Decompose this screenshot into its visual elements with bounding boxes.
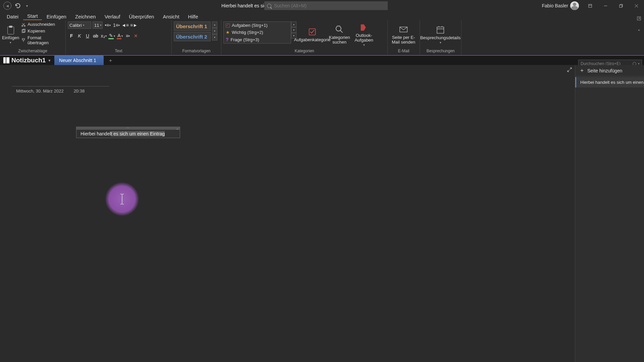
page-time[interactable]: 20:38 [74, 88, 85, 94]
numbering-button[interactable]: 1≡▾ [113, 21, 120, 29]
close-button[interactable] [629, 0, 644, 11]
search-input[interactable] [274, 3, 385, 8]
user-name[interactable]: Fabio Basler [542, 3, 568, 8]
add-section-button[interactable]: ＋ [106, 56, 115, 65]
ribbon-options-button[interactable] [636, 15, 642, 21]
question-icon: ? [226, 37, 229, 42]
minimize-button[interactable] [598, 0, 613, 11]
cursor-indicator [105, 182, 139, 216]
tab-start[interactable]: Start [23, 12, 42, 20]
ribbon-display-button[interactable] [582, 0, 598, 11]
font-name-combo[interactable]: Calibri▾ [68, 21, 91, 29]
font-color-button[interactable]: A▾ [116, 32, 123, 40]
note-text[interactable]: Hierbei handelt es sich um einen Eintrag [76, 130, 180, 138]
notebook-icon [3, 57, 9, 63]
outdent-button[interactable]: ◄≡ [121, 21, 129, 29]
tags-down-button[interactable]: ▾ [291, 27, 297, 33]
email-page-button[interactable]: Seite per E-Mail senden [390, 21, 417, 48]
expand-page-button[interactable] [567, 67, 574, 74]
ribbon: ˅ Einfügen ▾ Ausschneiden Kopieren Forma… [0, 20, 644, 55]
tab-review[interactable]: Überprüfen [125, 12, 158, 20]
note-resize-handle[interactable]: ↔ [176, 127, 179, 131]
avatar[interactable] [570, 1, 579, 10]
svg-point-11 [336, 26, 341, 31]
paste-button[interactable]: Einfügen ▾ [2, 21, 19, 48]
tab-draw[interactable]: Zeichnen [71, 12, 100, 20]
underline-button[interactable]: U [84, 32, 91, 40]
group-email-label: E-Mail [390, 48, 418, 54]
page-date[interactable]: Mittwoch, 30. März 2022 [16, 88, 64, 94]
group-clipboard-label: Zwischenablage [2, 48, 63, 54]
chevron-down-icon: ▼ [48, 59, 51, 62]
search-box[interactable] [264, 1, 388, 10]
strikethrough-button[interactable]: ab [92, 32, 99, 40]
svg-rect-0 [588, 4, 591, 7]
indent-button[interactable]: ≡► [130, 21, 138, 29]
styles-more-button[interactable]: ▾ [212, 34, 217, 41]
bold-button[interactable]: F [68, 32, 75, 40]
italic-button[interactable]: K [76, 32, 83, 40]
clear-formatting-button[interactable]: ✕ [132, 32, 140, 40]
star-icon: ★ [226, 30, 230, 35]
copy-button[interactable]: Kopieren [20, 28, 63, 34]
svg-rect-3 [7, 26, 14, 34]
tab-help[interactable]: Hilfe [184, 12, 202, 20]
maximize-button[interactable] [613, 0, 629, 11]
tag-important[interactable]: ★Wichtig (Strg+2) [224, 29, 291, 36]
group-tags-label: Kategorien [223, 48, 385, 54]
svg-rect-13 [339, 25, 340, 26]
font-size-combo[interactable]: 11▾ [93, 21, 103, 29]
subscript-button[interactable]: x₂▾ [100, 32, 107, 40]
page-list-item[interactable]: Hierbei handelt es sich um einen [575, 77, 644, 87]
collapse-ribbon-button[interactable]: ˅ [636, 29, 642, 35]
svg-rect-15 [437, 27, 444, 33]
search-icon [267, 4, 271, 8]
tag-category-button[interactable]: Aufgabenkategorie [299, 21, 325, 48]
highlight-button[interactable]: ✎▾ [108, 32, 115, 40]
style-heading2[interactable]: Überschrift 2 [174, 32, 211, 41]
title-bar: ◄ ▾ Hierbei handelt es sich um einen Ein… [0, 0, 644, 11]
tab-history[interactable]: Verlauf [101, 12, 124, 20]
group-meetings-label: Besprechungen [422, 48, 459, 54]
note-drag-handle[interactable]: ↔ [76, 127, 180, 130]
tab-insert[interactable]: Einfügen [43, 12, 70, 20]
align-button[interactable]: ≡▾ [124, 32, 131, 40]
back-button[interactable]: ◄ [3, 2, 11, 10]
checkbox-icon [226, 23, 230, 27]
group-text-label: Text [68, 48, 169, 54]
plus-icon: ＋ [579, 67, 585, 74]
notebook-bar: Notizbuch1 ▼ Neuer Abschnitt 1 ＋ [0, 55, 644, 65]
note-container[interactable]: ↔ Hierbei handelt es sich um einen Eintr… [76, 127, 180, 138]
styles-up-button[interactable]: ▴ [212, 21, 217, 28]
add-page-button[interactable]: ＋ Seite hinzufügen [575, 65, 644, 76]
notebook-selector[interactable]: Notizbuch1 ▼ [0, 57, 54, 64]
style-heading1[interactable]: Überschrift 1 [174, 21, 211, 31]
svg-rect-1 [619, 5, 622, 7]
svg-rect-4 [9, 26, 12, 28]
page-list-panel: ＋ Seite hinzufügen Hierbei handelt es si… [575, 65, 644, 362]
meeting-details-button[interactable]: Besprechungsdetails ▾ [422, 21, 459, 48]
styles-down-button[interactable]: ▾ [212, 28, 217, 34]
tag-todo[interactable]: Aufgaben (Strg+1) [224, 22, 291, 29]
svg-rect-12 [337, 25, 338, 26]
tags-up-button[interactable]: ▴ [291, 21, 297, 27]
format-painter-button[interactable]: Format übertragen [20, 35, 63, 46]
outlook-tasks-button[interactable]: Outlook-Aufgaben ▾ [354, 21, 374, 48]
svg-rect-9 [22, 39, 25, 40]
section-tab[interactable]: Neuer Abschnitt 1 [54, 55, 104, 65]
page-canvas[interactable]: Mittwoch, 30. März 2022 20:38 ↔ Hierbei … [0, 65, 575, 362]
bullets-button[interactable]: •≡▾ [104, 21, 111, 29]
find-tags-button[interactable]: Kategorien suchen [328, 21, 351, 48]
tag-question[interactable]: ?Frage (Strg+3) [224, 36, 291, 43]
tab-view[interactable]: Ansicht [159, 12, 183, 20]
menu-tabs: Datei Start Einfügen Zeichnen Verlauf Üb… [0, 11, 644, 20]
page-title-area[interactable] [12, 85, 109, 86]
cut-button[interactable]: Ausschneiden [20, 21, 63, 27]
qat-dropdown[interactable]: ▾ [23, 2, 30, 9]
tab-file[interactable]: Datei [3, 12, 22, 20]
group-styles-label: Formatvorlagen [174, 48, 219, 54]
undo-button[interactable] [14, 2, 21, 9]
